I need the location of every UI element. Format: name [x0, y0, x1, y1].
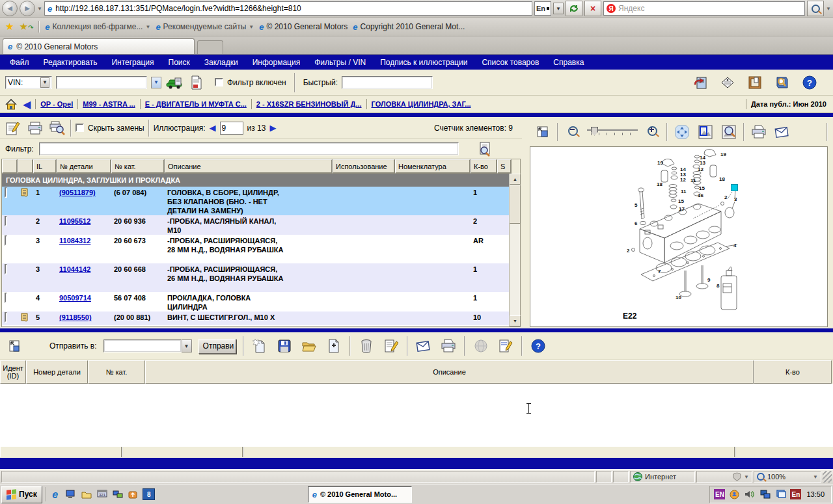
scrollbar-thumb[interactable] [510, 185, 521, 224]
breadcrumb-item-model[interactable]: M99 - ASTRA ... [83, 100, 135, 108]
table-row[interactable]: 2 11095512 20 60 936 -ПРОБКА, МАСЛЯНЫЙ К… [2, 215, 520, 235]
zoom-slider-thumb[interactable] [591, 127, 598, 136]
return-document-button[interactable] [691, 74, 709, 91]
part-number-link[interactable]: 90509714 [59, 294, 91, 302]
print-preview-button[interactable] [48, 120, 66, 137]
delete-button[interactable] [357, 338, 376, 354]
filter-input[interactable] [39, 142, 459, 155]
zoom-slider[interactable] [587, 127, 638, 137]
language-dropdown-icon[interactable]: ▼ [553, 3, 564, 14]
notes-button[interactable] [497, 338, 515, 354]
hide-replacements-checkbox[interactable] [75, 124, 84, 132]
row-checkbox[interactable] [5, 293, 7, 303]
breadcrumb-item-engine[interactable]: 2 - X16SZR БЕНЗИНОВЫЙ Д... [256, 100, 362, 108]
history-dropdown-icon[interactable]: ▼ [37, 6, 42, 12]
row-checkbox[interactable] [5, 312, 7, 323]
vehicle-document-button[interactable] [187, 74, 206, 91]
row-checkbox[interactable] [5, 264, 7, 274]
tray-display-icon[interactable] [774, 488, 787, 501]
basket-header-cat-no[interactable]: № кат. [88, 360, 145, 384]
basket-help-button[interactable]: ? [529, 338, 547, 354]
stop-button[interactable]: × [584, 1, 601, 16]
quicklaunch-media-player-icon[interactable]: 321 [96, 488, 109, 501]
mail-list-button[interactable] [415, 338, 433, 354]
zoom-out-button[interactable] [564, 124, 582, 140]
header-select[interactable] [2, 159, 18, 174]
back-icon[interactable]: ◀ [2, 1, 18, 16]
table-row[interactable]: 3 11084312 20 60 673 -ПРОБКА, РАСШИРЯЮЩА… [2, 235, 520, 263]
row-checkbox[interactable] [5, 216, 7, 226]
send-to-select[interactable] [103, 339, 182, 352]
tray-network-icon[interactable] [759, 488, 772, 501]
language-indicator[interactable]: En [534, 1, 551, 16]
basket-header-qty[interactable]: К-во [754, 360, 832, 384]
save-list-button[interactable] [275, 338, 294, 354]
pan-button[interactable] [673, 124, 691, 140]
technical-illustration[interactable]: 1914131218111517141312191118151656223471… [530, 146, 828, 327]
breadcrumb-item-group[interactable]: Е - ДВИГАТЕЛЬ И МУФТА С... [145, 100, 247, 108]
illustration-number-input[interactable] [220, 122, 243, 135]
tray-messenger-icon[interactable] [728, 488, 741, 501]
search-go-button[interactable] [807, 1, 824, 16]
prev-illustration-icon[interactable]: ◀ [210, 124, 216, 132]
filter-search-button[interactable] [476, 140, 494, 157]
print-button[interactable] [26, 120, 44, 137]
part-number-link[interactable]: 11084312 [59, 237, 90, 245]
home-button[interactable] [4, 97, 18, 111]
favorite-item-web-slices[interactable]: eКоллекция веб-фрагме... ▼ [45, 22, 150, 31]
scroll-down-icon[interactable]: ▼ [510, 315, 521, 326]
zoom-region-button[interactable] [720, 124, 738, 140]
mail-illustration-button[interactable] [773, 124, 791, 140]
quicklaunch-app8-icon[interactable]: 8 [143, 488, 156, 501]
menu-edit[interactable]: Редактировать [36, 58, 105, 67]
add-to-list-button[interactable] [325, 338, 343, 354]
scroll-up-icon[interactable]: ▲ [510, 174, 521, 185]
basket-header-description[interactable]: Описание [145, 360, 754, 384]
favorite-item-gm[interactable]: e© 2010 General Motors [259, 22, 348, 31]
forward-icon[interactable]: ▶ [20, 1, 35, 16]
web-search-input[interactable]: Я Яндекс [603, 1, 805, 16]
menu-file[interactable]: Файл [3, 58, 36, 67]
header-description[interactable]: Описание [165, 159, 333, 174]
price-tags-button[interactable] [718, 74, 737, 91]
catalog-search-button[interactable] [773, 74, 791, 91]
open-list-button[interactable] [300, 338, 318, 354]
selected-part-marker[interactable] [731, 184, 738, 191]
part-number-link[interactable]: 11095512 [59, 217, 90, 225]
print-illustration-button[interactable] [750, 124, 768, 140]
favorite-item-copyright[interactable]: eCopyright 2010 General Mot... [353, 22, 465, 31]
header-cat-no[interactable]: № кат. [111, 159, 165, 174]
menu-bookmarks[interactable]: Закладки [197, 58, 245, 67]
header-note[interactable] [18, 159, 33, 174]
row-checkbox[interactable] [5, 187, 7, 198]
basket-header-id[interactable]: Идент (ID) [0, 360, 26, 384]
add-favorite-icon[interactable]: ★↷ [19, 21, 33, 33]
send-button[interactable]: Отправи [198, 339, 236, 354]
breadcrumb-item-brand[interactable]: OP - Opel [40, 100, 73, 108]
new-list-button[interactable] [251, 338, 269, 354]
vehicle-search-button[interactable] [165, 74, 184, 91]
header-part-no[interactable]: № детали [57, 159, 111, 174]
vertical-scrollbar[interactable]: ▲ ▼ [509, 174, 520, 326]
refresh-button[interactable] [566, 1, 582, 16]
filter-enabled-checkbox[interactable] [215, 78, 223, 86]
part-number-link[interactable]: (90511879) [59, 189, 96, 196]
tray-language-badge[interactable]: EN [714, 489, 725, 499]
table-row[interactable]: 3 11044142 20 60 668 -ПРОБКА, РАСШИРЯЮЩА… [2, 263, 520, 292]
help-button[interactable]: ? [800, 74, 819, 91]
part-number-link[interactable]: (9118550) [59, 313, 92, 321]
row-checkbox[interactable] [5, 235, 7, 246]
send-to-dropdown-icon[interactable]: ▼ [182, 339, 192, 352]
tray-volume-icon[interactable] [743, 488, 756, 501]
quicklaunch-folder-icon[interactable] [80, 488, 93, 501]
header-qty[interactable]: К-во [471, 159, 497, 174]
vin-input[interactable] [56, 76, 147, 89]
next-illustration-icon[interactable]: ▶ [269, 124, 276, 132]
table-row[interactable]: 5 (9118550) (20 00 881) ВИНТ, С ШЕСТИГР.… [2, 312, 520, 325]
taskbar-window-gm[interactable]: e © 2010 General Moto... [308, 486, 412, 503]
clipboard-button[interactable] [746, 74, 764, 91]
panel-splitter[interactable] [522, 117, 528, 328]
zoom-pane[interactable]: 100% ▼ [754, 471, 821, 483]
quicklaunch-update-icon[interactable] [127, 488, 140, 501]
table-row[interactable]: 4 90509714 56 07 408 ПРОКЛАДКА, ГОЛОВКА … [2, 292, 520, 312]
